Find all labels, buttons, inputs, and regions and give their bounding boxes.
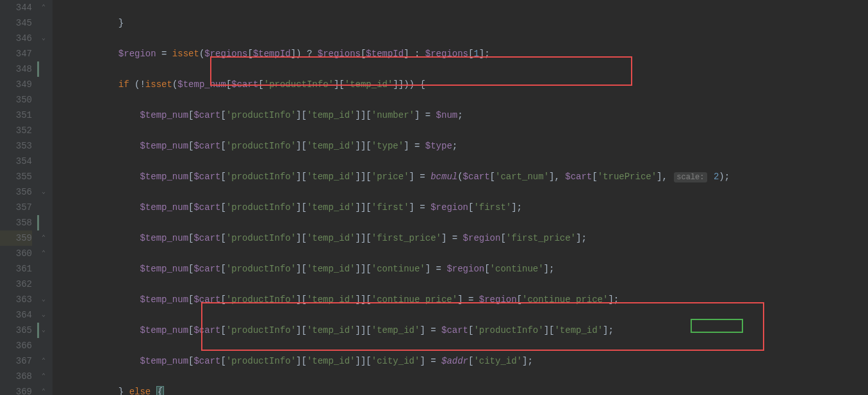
fold-icon[interactable]: ⌄ [42,307,45,323]
code-editor: 344 345 346 347 348 349 350 351 352 353 … [0,0,868,395]
fold-icon[interactable]: ⌄ [42,292,45,307]
fold-icon[interactable]: ⌄ [42,31,45,46]
code-line: $temp_num[$cart['productInfo']['temp_id'… [54,323,868,338]
code-line: $temp_num[$cart['productInfo']['temp_id'… [54,169,868,184]
fold-icon[interactable]: ⌄ [42,323,45,338]
line-num: 356 [0,184,32,200]
modified-indicator [37,61,39,77]
code-line: $temp_num[$cart['productInfo']['temp_id'… [54,200,868,215]
fold-icon[interactable]: ⌃ [42,353,45,369]
line-num: 364 [0,307,32,323]
fold-icon[interactable]: ⌃ [42,369,45,384]
line-num: 368 [0,369,32,384]
fold-icon[interactable]: ⌃ [42,230,45,246]
code-line: $temp_num[$cart['productInfo']['temp_id'… [54,292,868,307]
line-num: 361 [0,261,32,277]
line-num: 349 [0,77,32,92]
line-num: 351 [0,108,32,123]
line-num: 366 [0,338,32,353]
line-num: 348 [0,61,32,77]
code-line: $temp_num[$cart['productInfo']['temp_id'… [54,230,868,246]
line-num: 358 [0,215,32,230]
line-num: 353 [0,138,32,154]
fold-icon[interactable]: ⌄ [42,184,45,200]
modified-indicator [37,215,39,230]
line-num: 363 [0,292,32,307]
code-line: } [54,15,868,31]
line-num: 344 [0,0,32,15]
modified-indicator [37,323,39,338]
line-num: 350 [0,92,32,108]
code-content[interactable]: } $region = isset($regions[$tempId]) ? $… [53,0,868,395]
line-num: 369 [0,384,32,395]
fold-icon[interactable]: ⌃ [42,246,45,261]
line-num: 345 [0,15,32,31]
line-num: 367 [0,353,32,369]
code-line: $temp_num[$cart['productInfo']['temp_id'… [54,108,868,123]
code-line: $temp_num[$cart['productInfo']['temp_id'… [54,353,868,369]
line-num: 357 [0,200,32,215]
line-num: 359 [0,230,32,246]
fold-icon[interactable]: ⌃ [42,384,45,395]
code-line: if (!isset($temp_num[$cart['productInfo'… [54,77,868,92]
code-line: } else { [54,384,868,395]
code-line: $temp_num[$cart['productInfo']['temp_id'… [54,261,868,277]
code-line: $temp_num[$cart['productInfo']['temp_id'… [54,138,868,154]
brace-match: { [156,386,164,395]
line-num: 354 [0,154,32,169]
line-num: 362 [0,277,32,292]
param-hint: scale: [674,172,707,182]
line-num: 346 [0,31,32,46]
line-num: 352 [0,123,32,138]
line-num: 355 [0,169,32,184]
code-line: $region = isset($regions[$tempId]) ? $re… [54,46,868,61]
line-num: 347 [0,46,32,61]
line-num: 360 [0,246,32,261]
fold-column: ⌃ ⌄ ⌄ ⌃ ⌃ ⌄ ⌄ ⌄ ⌃ ⌃ ⌃ [40,0,53,395]
line-number-gutter: 344 345 346 347 348 349 350 351 352 353 … [0,0,40,395]
fold-icon[interactable]: ⌃ [42,0,45,15]
line-num: 365 [0,323,32,338]
